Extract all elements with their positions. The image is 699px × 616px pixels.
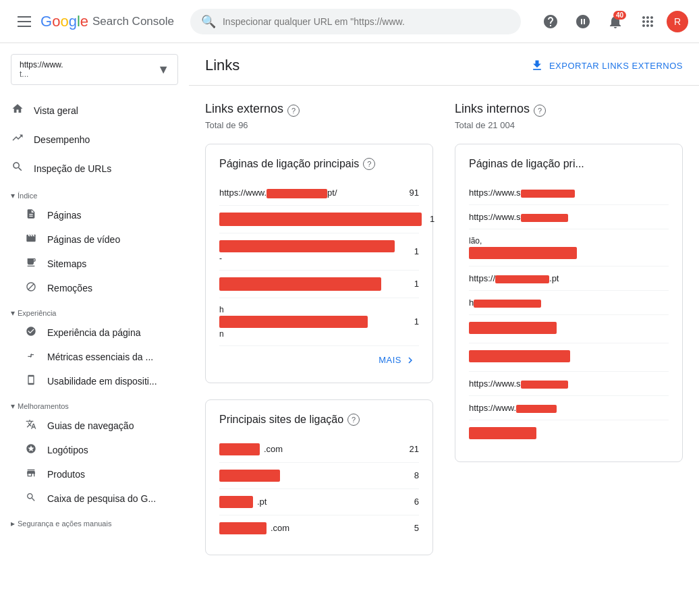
sidebar-item-mobile-usability[interactable]: Usabilidade em dispositi... <box>0 369 178 393</box>
table-row: 8 <box>219 463 419 489</box>
redacted-bar <box>469 322 557 334</box>
app-title: Search Console <box>92 15 174 28</box>
searchbox-label: Caixa de pesquisa do G... <box>47 493 156 504</box>
external-links-help-icon[interactable]: ? <box>287 105 300 117</box>
internal-links-total: Total de 21 004 <box>455 120 683 130</box>
url-inspection-label: Inspeção de URLs <box>34 163 111 174</box>
table-row: h n 1 <box>219 298 419 346</box>
home-icon <box>11 103 24 118</box>
sitemaps-icon <box>24 257 38 271</box>
redacted-content <box>495 275 549 283</box>
performance-label: Desempenho <box>34 134 90 145</box>
internal-links-help-icon[interactable]: ? <box>534 105 546 117</box>
top-pages-help-icon[interactable]: ? <box>363 158 375 170</box>
sidebar-item-overview[interactable]: Vista geral <box>0 96 178 125</box>
redacted-content <box>521 190 575 198</box>
performance-icon <box>11 132 24 147</box>
sidebar-item-core-web-vitals[interactable]: Métricas essenciais da ... <box>0 345 178 369</box>
table-row: 1 <box>219 206 419 233</box>
index-section-label[interactable]: ▾ Índice <box>0 183 189 203</box>
external-links-title: Links externos <box>205 102 283 116</box>
redacted-bar <box>219 240 395 252</box>
sidebar-item-searchbox[interactable]: Caixa de pesquisa do G... <box>0 486 178 511</box>
internal-top-pages-title: Páginas de ligação pri... <box>469 158 669 170</box>
table-row: https://www.s <box>469 181 669 205</box>
mobile-usability-icon <box>24 374 38 388</box>
redacted-bar <box>469 247 577 259</box>
table-row <box>469 343 669 372</box>
redacted-bar <box>219 496 253 508</box>
page-header: Links EXPORTAR LINKS EXTERNOS <box>189 43 699 86</box>
sidebar-item-products[interactable]: Produtos <box>0 462 178 486</box>
redacted-content <box>267 189 327 198</box>
top-pages-title: Páginas de ligação principais ? <box>219 158 419 170</box>
internal-top-pages-card: Páginas de ligação pri... https://www.s … <box>455 144 683 462</box>
linking-sites-card: Principais sites de ligação ? .com 21 <box>205 399 433 555</box>
security-collapse-icon: ▸ <box>11 519 15 528</box>
help-button[interactable] <box>537 8 564 35</box>
removals-label: Remoções <box>47 283 92 293</box>
products-icon <box>24 468 38 481</box>
linking-sites-help-icon[interactable]: ? <box>347 414 360 426</box>
breadcrumbs-label: Guias de navegação <box>47 420 134 431</box>
sidebar-item-logos[interactable]: Logótipos <box>0 438 178 462</box>
video-pages-icon <box>24 233 38 246</box>
redacted-bar <box>219 277 381 291</box>
sidebar-item-video-pages[interactable]: Páginas de vídeo <box>0 227 178 252</box>
table-row: https://www.s <box>469 372 669 396</box>
improvements-collapse-icon: ▾ <box>11 401 15 411</box>
property-suffix: t... <box>20 69 152 79</box>
table-row: h <box>469 291 669 315</box>
redacted-content <box>521 381 568 389</box>
table-row: 1 <box>219 271 419 298</box>
security-section-label[interactable]: ▸ Segurança e ações manuais <box>0 511 189 531</box>
sidebar-item-removals[interactable]: Remoções <box>0 276 178 300</box>
table-row <box>469 420 669 448</box>
table-row <box>469 315 669 343</box>
improvements-section-label[interactable]: ▾ Melhoramentos <box>0 393 189 414</box>
topbar-actions: 40 R <box>537 8 688 35</box>
core-web-vitals-label: Métricas essenciais da ... <box>47 352 153 362</box>
searchbox-icon <box>24 492 38 505</box>
export-label: EXPORTAR LINKS EXTERNOS <box>549 61 683 71</box>
sitemaps-label: Sitemaps <box>47 258 86 269</box>
sidebar-item-page-experience[interactable]: Experiência da página <box>0 320 178 345</box>
search-input[interactable] <box>223 16 510 27</box>
sidebar-item-performance[interactable]: Desempenho <box>0 125 178 154</box>
avatar[interactable]: R <box>667 11 688 32</box>
sidebar-item-pages[interactable]: Páginas <box>0 203 178 227</box>
mais-button[interactable]: MAIS <box>219 346 419 369</box>
redacted-bar <box>219 213 422 226</box>
logos-icon <box>24 443 38 457</box>
table-row: - 1 <box>219 233 419 271</box>
app-logo: Google Search Console <box>40 13 174 30</box>
logos-label: Logótipos <box>47 445 88 455</box>
redacted-bar <box>219 522 267 534</box>
internal-links-column: Links internos ? Total de 21 004 Páginas… <box>455 102 683 571</box>
linking-sites-title: Principais sites de ligação ? <box>219 414 419 426</box>
table-row: https://www. <box>469 396 669 420</box>
apps-button[interactable] <box>634 8 661 35</box>
hamburger-button[interactable] <box>11 8 38 35</box>
sidebar-item-breadcrumbs[interactable]: Guias de navegação <box>0 414 178 438</box>
experience-section-label[interactable]: ▾ Experiência <box>0 300 189 320</box>
export-button[interactable]: EXPORTAR LINKS EXTERNOS <box>530 59 683 72</box>
search-icon: 🔍 <box>201 14 216 29</box>
sidebar-item-sitemaps[interactable]: Sitemaps <box>0 252 178 276</box>
mobile-usability-label: Usabilidade em dispositi... <box>47 376 157 387</box>
table-row: https://www.pt/ 91 <box>219 181 419 206</box>
products-label: Produtos <box>47 469 85 480</box>
external-links-column: Links externos ? Total de 96 Páginas de … <box>205 102 433 571</box>
redacted-content <box>516 405 557 413</box>
main-content: Links EXPORTAR LINKS EXTERNOS Links exte… <box>189 43 699 616</box>
topbar: Google Search Console 🔍 40 R <box>0 0 699 43</box>
help-icon <box>542 13 559 30</box>
notifications-button[interactable]: 40 <box>602 8 629 35</box>
account-button[interactable] <box>569 8 596 35</box>
apps-icon <box>640 13 656 30</box>
search-box[interactable]: 🔍 <box>190 9 521 34</box>
removals-icon <box>24 281 38 295</box>
property-selector[interactable]: https://www. t... ▼ <box>11 54 178 85</box>
chevron-down-icon: ▼ <box>157 63 169 77</box>
sidebar-item-url-inspection[interactable]: Inspeção de URLs <box>0 154 178 183</box>
